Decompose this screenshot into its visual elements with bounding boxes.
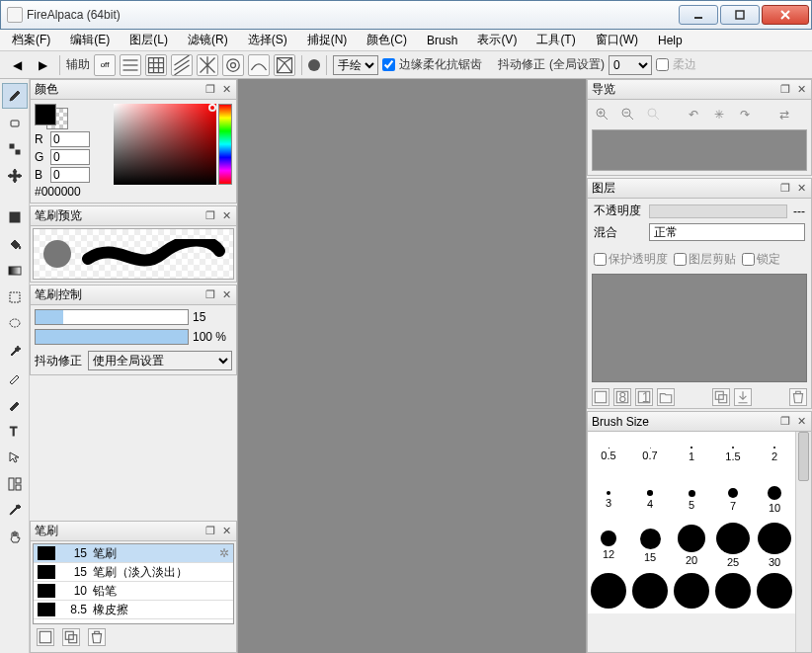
brush-size-cell[interactable]: 7 [712, 477, 754, 523]
menu-select[interactable]: 选择(S) [240, 30, 295, 50]
brush-row[interactable]: 10铅笔 [34, 582, 233, 601]
fill-tool[interactable] [2, 204, 28, 230]
add-brush-button[interactable] [37, 628, 54, 646]
brush-size-scrollbar[interactable] [795, 432, 811, 652]
operation-tool[interactable] [2, 445, 28, 470]
brush-size-cell[interactable]: 30 [754, 523, 795, 568]
dot-tool[interactable] [2, 136, 28, 162]
panel-undock-icon[interactable]: ❐ [204, 83, 216, 96]
snap-grid-button[interactable] [145, 54, 167, 76]
zoom-out-button[interactable] [617, 104, 639, 125]
brush-size-slider[interactable] [35, 309, 189, 325]
b-input[interactable] [50, 167, 90, 183]
snap-iso-button[interactable] [171, 54, 193, 76]
minimize-button[interactable] [679, 5, 718, 25]
new-layer-1bit-button[interactable]: 1 [635, 388, 653, 406]
clipping-checkbox[interactable] [674, 253, 687, 266]
menu-snap[interactable]: 捕捉(N) [299, 30, 356, 50]
brush-list[interactable]: 15笔刷✲ 15笔刷（淡入淡出） 10铅笔 8.5橡皮擦 [33, 543, 234, 624]
menu-brush[interactable]: Brush [419, 32, 465, 49]
brush-size-cell[interactable]: 3 [588, 477, 629, 523]
brush-size-cell[interactable] [671, 568, 712, 613]
new-layer-8bit-button[interactable]: 8 [613, 388, 631, 406]
layer-list-area[interactable] [592, 274, 807, 382]
duplicate-brush-button[interactable] [62, 628, 80, 646]
select-pen-tool[interactable] [2, 365, 28, 390]
rotate-cw-button[interactable]: ↷ [734, 104, 756, 125]
snap-circle-button[interactable] [222, 54, 244, 76]
menu-window[interactable]: 窗口(W) [588, 30, 646, 50]
text-tool[interactable]: T [2, 418, 28, 444]
eraser-tool[interactable] [2, 110, 28, 135]
brush-size-cell[interactable]: 5 [671, 477, 712, 523]
stabilizer-select[interactable]: 0 [609, 55, 652, 75]
menu-file[interactable]: 档案(F) [4, 30, 58, 50]
flip-button[interactable]: ⇄ [773, 104, 795, 125]
snap-curve-button[interactable] [248, 54, 270, 76]
brush-tool[interactable] [2, 83, 28, 109]
divide-tool[interactable] [2, 471, 28, 497]
panel-close-icon[interactable]: ✕ [220, 83, 232, 96]
r-input[interactable] [50, 131, 90, 147]
panel-undock-icon[interactable]: ❐ [204, 209, 216, 222]
rotate-ccw-button[interactable]: ↶ [683, 104, 704, 125]
lasso-tool[interactable] [2, 311, 28, 337]
hue-bar[interactable] [218, 104, 232, 185]
menu-color[interactable]: 颜色(C) [359, 30, 415, 50]
brush-opacity-slider[interactable] [35, 329, 189, 345]
snap-parallel-button[interactable] [120, 54, 141, 76]
opacity-slider[interactable] [649, 204, 787, 218]
brush-size-cell[interactable]: 0.7 [629, 432, 671, 477]
maximize-button[interactable] [720, 5, 760, 25]
eyedropper-tool[interactable] [2, 498, 28, 524]
menu-layer[interactable]: 图层(L) [122, 30, 176, 50]
hand-tool[interactable] [2, 525, 28, 550]
brush-row[interactable]: 8.5橡皮擦 [34, 601, 233, 619]
panel-close-icon[interactable]: ✕ [795, 415, 807, 428]
antialias-checkbox[interactable] [382, 58, 395, 71]
menu-tools[interactable]: 工具(T) [528, 30, 583, 50]
brush-size-cell[interactable]: 2 [754, 432, 795, 477]
brush-size-cell[interactable]: 1 [671, 432, 712, 477]
move-tool[interactable] [2, 163, 28, 189]
brush-size-cell[interactable]: 10 [754, 477, 795, 523]
brush-size-cell[interactable] [588, 568, 629, 613]
brush-size-cell[interactable]: 4 [629, 477, 671, 523]
panel-undock-icon[interactable]: ❐ [204, 288, 216, 301]
menu-edit[interactable]: 编辑(E) [62, 30, 118, 50]
snap-radial-button[interactable] [197, 54, 218, 76]
snap-vanish-button[interactable] [274, 54, 295, 76]
gear-icon[interactable]: ✲ [219, 546, 229, 560]
navigator-preview[interactable] [592, 129, 807, 171]
canvas-area[interactable] [237, 79, 587, 653]
brush-size-cell[interactable] [629, 568, 671, 613]
color-swatches[interactable] [35, 104, 68, 129]
panel-close-icon[interactable]: ✕ [220, 209, 232, 222]
brush-size-cell[interactable]: 1.5 [712, 432, 754, 477]
snap-off-button[interactable]: off [94, 54, 116, 76]
brush-size-cell[interactable]: 0.5 [588, 432, 629, 477]
panel-undock-icon[interactable]: ❐ [779, 415, 791, 428]
undo-button[interactable]: ◀ [6, 54, 28, 76]
panel-close-icon[interactable]: ✕ [795, 83, 807, 96]
new-layer-button[interactable] [592, 388, 609, 406]
color-field[interactable] [114, 104, 216, 185]
magic-wand-tool[interactable] [2, 338, 28, 364]
brush-size-cell[interactable]: 12 [588, 523, 629, 568]
brush-size-cell[interactable] [712, 568, 754, 613]
panel-close-icon[interactable]: ✕ [220, 288, 232, 301]
panel-undock-icon[interactable]: ❐ [779, 83, 791, 96]
brush-size-cell[interactable]: 25 [712, 523, 754, 568]
new-folder-button[interactable] [657, 388, 675, 406]
select-eraser-tool[interactable] [2, 391, 28, 417]
panel-undock-icon[interactable]: ❐ [779, 182, 791, 195]
menu-help[interactable]: Help [650, 32, 690, 49]
bucket-tool[interactable] [2, 231, 28, 257]
stabilizer-select[interactable]: 使用全局设置 [88, 351, 232, 370]
brush-row[interactable]: 15笔刷✲ [34, 544, 233, 563]
protect-alpha-checkbox[interactable] [594, 253, 607, 266]
merge-layer-button[interactable] [734, 388, 752, 406]
menu-view[interactable]: 表示(V) [469, 30, 525, 50]
panel-close-icon[interactable]: ✕ [795, 182, 807, 195]
panel-close-icon[interactable]: ✕ [220, 525, 232, 537]
